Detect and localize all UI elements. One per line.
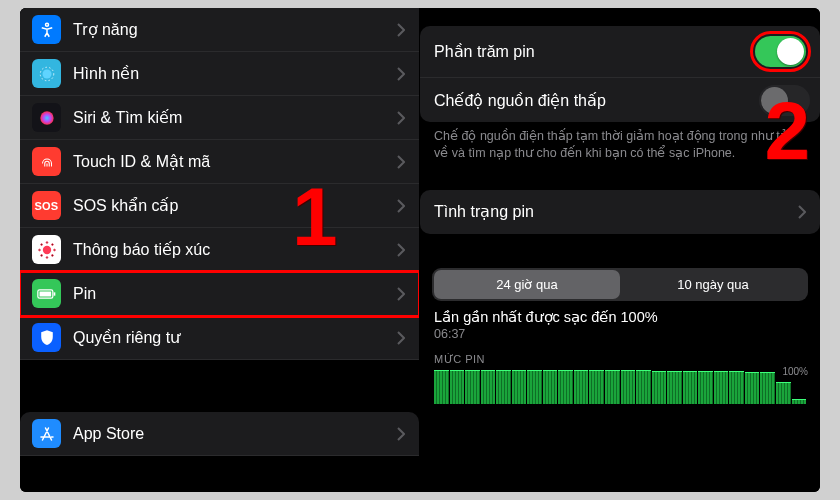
chart-bar: [605, 370, 620, 404]
exposure-icon: [32, 235, 61, 264]
chart-bar: [683, 371, 698, 404]
chart-bar: [621, 370, 636, 403]
svg-rect-15: [53, 292, 55, 295]
battery-level-chart: 100%: [434, 370, 806, 404]
low-power-toggle[interactable]: [759, 85, 810, 116]
sidebar-item-touchid[interactable]: Touch ID & Mật mã: [20, 140, 419, 184]
sidebar-item-siri[interactable]: Siri & Tìm kiếm: [20, 96, 419, 140]
svg-rect-14: [39, 291, 51, 296]
sidebar-item-privacy[interactable]: Quyền riêng tư: [20, 316, 419, 360]
chevron-right-icon: [397, 427, 405, 441]
low-power-description: Chế độ nguồn điện thấp tạm thời giảm hoạ…: [420, 122, 820, 172]
svg-point-0: [45, 23, 48, 26]
chart-bar: [760, 372, 775, 404]
battery-percentage-row[interactable]: Phần trăm pin: [420, 26, 820, 78]
svg-point-1: [42, 69, 51, 78]
chart-bar: [543, 370, 558, 404]
row-label: Pin: [73, 285, 397, 303]
row-label: Chếđộ nguồn điện thấp: [434, 91, 806, 110]
sidebar-item-accessibility[interactable]: Trợ năng: [20, 8, 419, 52]
privacy-icon: [32, 323, 61, 352]
chevron-right-icon: [397, 199, 405, 213]
row-label: Trợ năng: [73, 20, 397, 39]
chevron-right-icon: [397, 67, 405, 81]
chevron-right-icon: [798, 205, 806, 219]
chart-bar: [652, 371, 667, 404]
chart-bar: [558, 370, 573, 404]
chart-bar: [512, 370, 527, 404]
last-charge-label: Lần gần nhất được sạc đến 100%: [434, 309, 806, 325]
row-label: Siri & Tìm kiếm: [73, 108, 397, 127]
svg-point-4: [42, 245, 50, 253]
row-label: SOS khẩn cấp: [73, 196, 397, 215]
sidebar-item-appstore[interactable]: App Store: [20, 412, 419, 456]
chevron-right-icon: [397, 287, 405, 301]
chart-100pct-label: 100%: [782, 366, 808, 377]
sos-icon: SOS: [32, 191, 61, 220]
row-label: Thông báo tiếp xúc: [73, 240, 397, 259]
siri-icon: [32, 103, 61, 132]
chart-bar: [574, 370, 589, 404]
battery-settings: Phần trăm pin Chếđộ nguồn điện thấp Chế …: [420, 8, 820, 492]
chart-bar: [667, 371, 682, 404]
chevron-right-icon: [397, 111, 405, 125]
chart-bar: [698, 371, 713, 404]
svg-point-3: [40, 111, 53, 124]
appstore-icon: [32, 419, 61, 448]
chart-bar: [450, 370, 465, 404]
chart-bar: [496, 370, 511, 404]
time-range-segment[interactable]: 24 giờ qua 10 ngày qua: [432, 268, 808, 301]
svg-point-7: [38, 249, 40, 251]
sidebar-item-sos[interactable]: SOS SOS khẩn cấp: [20, 184, 419, 228]
settings-list: Trợ năng Hình nền Siri & Tìm kiếm Touch …: [20, 8, 420, 492]
chart-bar: [636, 370, 651, 403]
segment-24h[interactable]: 24 giờ qua: [434, 270, 620, 299]
chevron-right-icon: [397, 243, 405, 257]
chart-bar: [792, 399, 807, 404]
battery-health-row[interactable]: Tình trạng pin: [420, 190, 820, 234]
row-label: Touch ID & Mật mã: [73, 152, 397, 171]
chart-bar: [729, 371, 744, 403]
chart-bar: [527, 370, 542, 404]
battery-level-header: MỨC PIN: [434, 353, 806, 366]
svg-point-5: [46, 241, 48, 243]
chart-bar: [776, 382, 791, 403]
chart-bar: [745, 372, 760, 404]
chart-bar: [434, 370, 449, 404]
battery-percentage-toggle[interactable]: [755, 36, 806, 67]
sidebar-item-exposure[interactable]: Thông báo tiếp xúc: [20, 228, 419, 272]
svg-point-12: [51, 254, 53, 256]
svg-point-11: [40, 254, 42, 256]
row-label: App Store: [73, 425, 397, 443]
battery-icon: [32, 279, 61, 308]
sidebar-item-battery[interactable]: Pin: [20, 272, 419, 316]
chevron-right-icon: [397, 331, 405, 345]
row-label: Phần trăm pin: [434, 42, 755, 61]
chart-bar: [481, 370, 496, 404]
chevron-right-icon: [397, 155, 405, 169]
fingerprint-icon: [32, 147, 61, 176]
low-power-row[interactable]: Chếđộ nguồn điện thấp: [420, 78, 820, 122]
chevron-right-icon: [397, 23, 405, 37]
chart-bar: [465, 370, 480, 404]
chart-bar: [589, 370, 604, 404]
svg-point-8: [53, 249, 55, 251]
chart-bar: [714, 371, 729, 403]
row-label: Tình trạng pin: [434, 202, 798, 221]
svg-point-10: [51, 243, 53, 245]
row-label: Hình nền: [73, 64, 397, 83]
row-label: Quyền riêng tư: [73, 328, 397, 347]
sidebar-item-wallpaper[interactable]: Hình nền: [20, 52, 419, 96]
wallpaper-icon: [32, 59, 61, 88]
segment-10d[interactable]: 10 ngày qua: [620, 270, 806, 299]
svg-point-6: [46, 256, 48, 258]
svg-point-9: [40, 243, 42, 245]
last-charge-time: 06:37: [434, 327, 806, 341]
accessibility-icon: [32, 15, 61, 44]
